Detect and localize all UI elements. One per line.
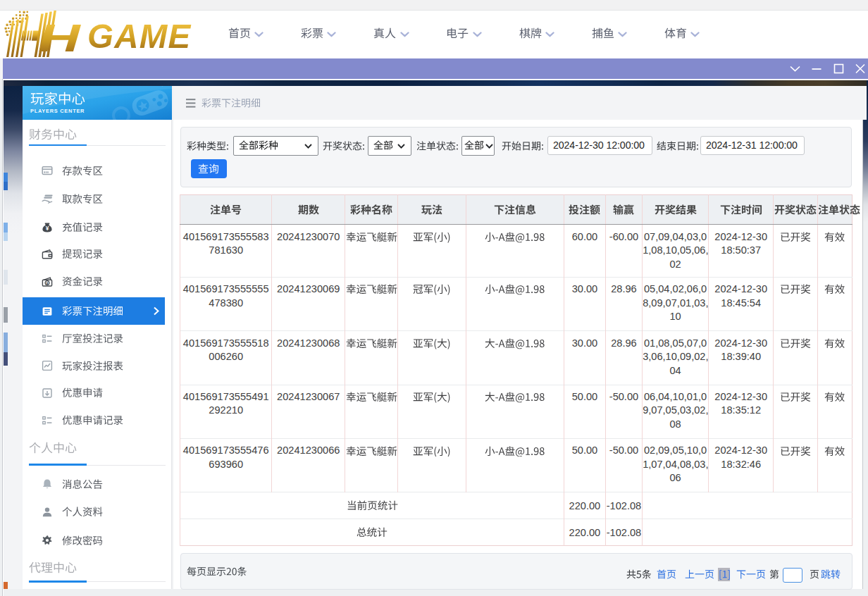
svg-text:¥: ¥ xyxy=(45,225,49,232)
